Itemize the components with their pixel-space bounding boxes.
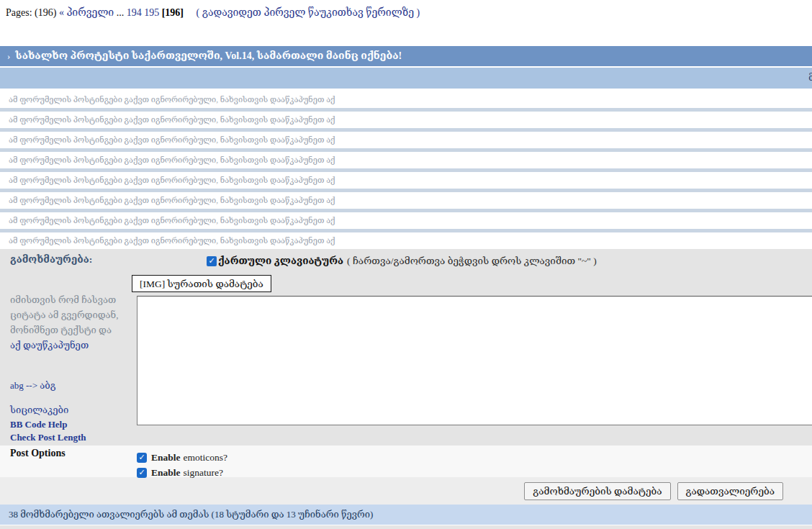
ignored-posts-list: ამ ფორუმელის პოსტინგები გაქვთ იგნორირებუ… — [0, 91, 812, 249]
reply-form: გამოხმაურება: ✓ ქართული კლავიატურა ( ჩარ… — [0, 249, 812, 446]
add-image-button[interactable]: [IMG] სურათის დამატება — [132, 275, 271, 292]
topic-title: სახალხო პროტესტი საქართველოში, Vol.14, ს… — [15, 50, 402, 61]
page-194-link[interactable]: 194 — [127, 7, 142, 18]
insert-quote-link[interactable]: აქ დაუწკაპუნეთ — [10, 338, 118, 353]
quote-hint-line: მონიშნეთ ტექსტი და — [10, 322, 118, 338]
pages-label: Pages: (196) — [6, 7, 56, 18]
ignored-post-row[interactable]: ამ ფორუმელის პოსტინგები გაქვთ იგნორირებუ… — [0, 192, 812, 209]
enable-emoticons-checkbox[interactable]: ✓ — [137, 453, 147, 463]
ignored-post-row[interactable]: ამ ფორუმელის პოსტინგები გაქვთ იგნორირებუ… — [0, 172, 812, 189]
georgian-keyboard-checkbox[interactable]: ✓ — [207, 256, 217, 266]
reply-textarea[interactable] — [137, 296, 812, 425]
ignored-post-row[interactable]: ამ ფორუმელის პოსტინგები გაქვთ იგნორირებუ… — [0, 91, 812, 108]
post-options-section: Post Options ✓ Enable emoticons? ✓ Enabl… — [0, 446, 812, 477]
quote-hint-line: იმისთვის რომ ჩასვათ — [10, 292, 118, 307]
post-options-title: Post Options — [10, 448, 66, 459]
ignored-post-row[interactable]: ამ ფორუმელის პოსტინგები გაქვთ იგნორირებუ… — [0, 132, 812, 148]
current-page: [196] — [162, 7, 184, 18]
pages-ellipsis: ... — [117, 7, 125, 18]
option-label-rest: emoticons? — [184, 452, 227, 464]
post-options-list: ✓ Enable emoticons? ✓ Enable signature? — [137, 450, 227, 480]
option-label-bold: Enable — [151, 452, 181, 464]
topic-viewers-bar: 38 მომხმარებელი ათვალიერებს ამ თემას (18… — [0, 505, 812, 525]
ignored-post-row[interactable]: ამ ფორუმელის პოსტინგები გაქვთ იგნორირებუ… — [0, 152, 812, 168]
abg-translit-link[interactable]: abg --> აბგ — [10, 380, 55, 392]
add-reply-button[interactable]: გამოხმაურების დამატება — [524, 482, 670, 500]
topic-title-bar: ›სახალხო პროტესტი საქართველოში, Vol.14, … — [0, 46, 812, 66]
enable-signature-checkbox[interactable]: ✓ — [137, 468, 147, 478]
option-label-rest: signature? — [184, 467, 223, 479]
chevron-right-icon: › — [7, 50, 10, 61]
bottom-strip — [0, 525, 812, 529]
check-post-length-link[interactable]: Check Post Length — [10, 432, 86, 443]
ignored-post-row[interactable]: ამ ფორუმელის პოსტინგები გაქვთ იგნორირებუ… — [0, 232, 812, 249]
pagination-bar: Pages: (196) « პირველი ... 194 195 [196]… — [0, 0, 812, 46]
enable-emoticons-row: ✓ Enable emoticons? — [137, 450, 227, 465]
quote-hint-line: ციტატა ამ გვერდიდან, — [10, 307, 118, 322]
subbar-cut-text: მი — [808, 73, 812, 83]
georgian-keyboard-row: ✓ ქართული კლავიატურა ( ჩართვა/გამორთვა ბ… — [207, 255, 597, 267]
goto-unread-link[interactable]: ( გადავიდეთ პირველ წაუკითხავ წერილზე ) — [196, 7, 420, 18]
smilies-link[interactable]: სიცილაკები — [10, 404, 68, 416]
enable-signature-row: ✓ Enable signature? — [137, 465, 227, 480]
quote-hint: იმისთვის რომ ჩასვათ ციტატა ამ გვერდიდან,… — [10, 292, 118, 353]
bbcode-help-link[interactable]: BB Code Help — [10, 419, 67, 430]
ignored-post-row[interactable]: ამ ფორუმელის პოსტინგები გაქვთ იგნორირებუ… — [0, 112, 812, 128]
page-195-link[interactable]: 195 — [144, 7, 159, 18]
topic-sub-bar: მი — [0, 68, 812, 89]
preview-button[interactable]: გადათვალიერება — [677, 482, 783, 500]
ignored-post-row[interactable]: ამ ფორუმელის პოსტინგები გაქვთ იგნორირებუ… — [0, 212, 812, 229]
reply-label: გამოხმაურება: — [10, 253, 92, 266]
topic-viewers-text: 38 მომხმარებელი ათვალიერებს ამ თემას (18… — [9, 509, 373, 520]
form-actions: გამოხმაურების დამატება გადათვალიერება — [0, 477, 812, 505]
georgian-keyboard-label: ქართული კლავიატურა — [218, 255, 343, 267]
option-label-bold: Enable — [151, 467, 181, 479]
first-page-link[interactable]: « პირველი — [59, 7, 114, 18]
georgian-keyboard-hint: ( ჩართვა/გამორთვა ბეჭდვის დროს კლავიშით … — [347, 255, 597, 267]
